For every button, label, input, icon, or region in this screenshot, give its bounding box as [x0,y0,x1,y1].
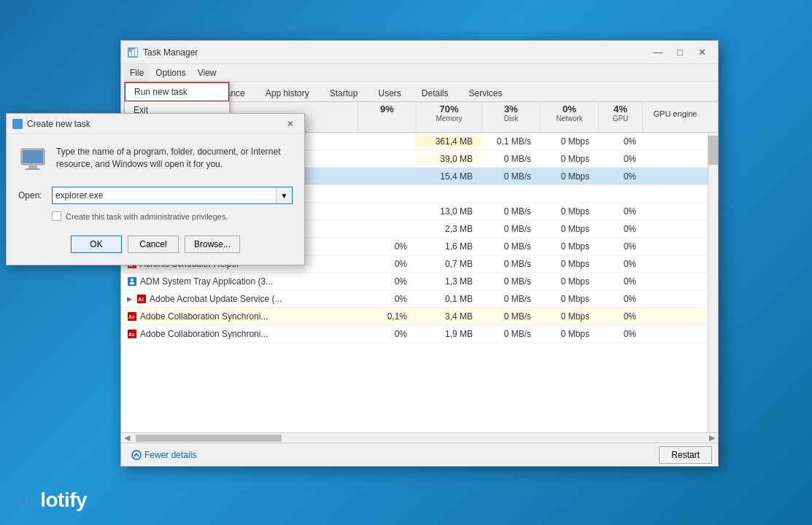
svg-rect-10 [130,282,134,284]
dialog-close-button[interactable]: ✕ [282,117,298,131]
dialog-buttons: OK Cancel Browse... [18,236,293,253]
svg-rect-19 [23,150,43,163]
taskmanager-icon [127,47,139,58]
svg-rect-3 [135,48,137,56]
scrollbar-spacer [708,102,718,132]
menu-file[interactable]: File [124,64,150,81]
expand-icon: ▶ [127,295,132,303]
browse-button[interactable]: Browse... [185,236,240,253]
watermark-prefix: up [16,489,40,511]
vertical-scrollbar[interactable] [708,133,718,432]
dialog-checkbox-row: Create this task with administrative pri… [18,211,293,221]
watermark-logo: uplotify [16,489,87,512]
svg-text:Ac: Ac [128,332,135,337]
dialog-body: Type the name of a program, folder, docu… [7,134,304,265]
process-icon: Ac [127,329,137,339]
dialog-title: Create new task [27,119,282,129]
watermark-main: lotify [40,489,87,511]
table-row[interactable]: Ac Adobe Collaboration Synchroni... 0% 1… [121,325,708,343]
titlebar-text: Task Manager [143,47,648,58]
process-icon [127,276,137,287]
svg-rect-21 [26,168,40,170]
col-header-memory[interactable]: 70% Memory [416,102,482,132]
statusbar: Fewer details Restart [121,443,718,466]
table-row[interactable]: ▶ Ai Adobe Acrobat Update Service (... 0… [121,290,708,308]
horizontal-scrollbar[interactable]: ◀ ▶ [121,432,718,443]
process-name: Adobe Collaboration Synchroni... [140,311,268,322]
fewer-details-button[interactable]: Fewer details [127,448,201,462]
svg-point-17 [132,451,141,459]
h-scrollbar-thumb[interactable] [136,435,282,442]
restart-button[interactable]: Restart [659,446,712,464]
create-task-dialog: Create new task ✕ Type the name of a pro… [6,113,305,265]
menu-options[interactable]: Options [150,64,191,81]
close-button[interactable]: ✕ [692,45,712,60]
dialog-open-row: Open: ▼ [18,187,293,204]
dialog-description-row: Type the name of a program, folder, docu… [18,146,293,175]
svg-point-9 [131,279,134,281]
tab-app-history[interactable]: App history [256,85,319,101]
process-name: Adobe Acrobat Update Service (... [150,294,282,304]
chevron-up-icon [131,450,142,460]
admin-privileges-label: Create this task with administrative pri… [66,212,228,221]
svg-rect-20 [28,166,37,168]
scroll-right-arrow[interactable]: ▶ [706,433,718,443]
col-header-gpu[interactable]: 4% GPU [598,102,642,132]
svg-rect-1 [129,52,131,56]
maximize-button[interactable]: □ [670,45,690,60]
menubar: File Options View Run new task Exit [121,64,718,82]
fewer-details-label: Fewer details [144,450,196,460]
col-header-disk[interactable]: 3% Disk [482,102,540,132]
process-name: ADM System Tray Application (3... [140,276,273,287]
dialog-open-input[interactable] [53,187,276,203]
table-row[interactable]: ADM System Tray Application (3... 0% 1,3… [121,273,708,290]
svg-rect-2 [132,50,134,56]
svg-text:Ai: Ai [138,296,144,303]
dropdown-run-new-task[interactable]: Run new task [125,82,229,101]
process-icon: Ai [136,294,147,304]
dialog-dropdown-arrow[interactable]: ▼ [276,187,292,203]
titlebar: Task Manager — □ ✕ [121,41,718,64]
col-header-network[interactable]: 0% Network [540,102,598,132]
cancel-button[interactable]: Cancel [128,236,179,253]
dialog-open-label: Open: [18,190,46,201]
tab-users[interactable]: Users [368,85,410,101]
admin-privileges-checkbox[interactable] [52,211,61,221]
computer-icon [18,146,47,175]
col-header-cpu[interactable]: 9% [357,102,416,132]
col-header-gpu-engine[interactable]: GPU engine [642,102,708,132]
scroll-left-arrow[interactable]: ◀ [121,433,133,443]
ok-button[interactable]: OK [71,236,122,253]
svg-text:Ac: Ac [128,314,135,319]
dialog-open-input-wrap: ▼ [52,187,293,204]
tab-details[interactable]: Details [412,85,458,101]
dialog-titlebar: Create new task ✕ [7,114,304,134]
dialog-description: Type the name of a program, folder, docu… [56,146,293,171]
tab-services[interactable]: Services [460,85,512,101]
dialog-icon [12,119,23,129]
minimize-button[interactable]: — [648,45,668,60]
tab-startup[interactable]: Startup [320,85,368,101]
titlebar-buttons: — □ ✕ [648,45,712,60]
process-name: Adobe Collaboration Synchroni... [140,329,268,339]
table-row[interactable]: Ac Adobe Collaboration Synchroni... 0,1%… [121,308,708,325]
menu-view[interactable]: View [192,64,223,81]
process-icon: Ac [127,311,137,322]
scrollbar-thumb[interactable] [708,136,718,165]
